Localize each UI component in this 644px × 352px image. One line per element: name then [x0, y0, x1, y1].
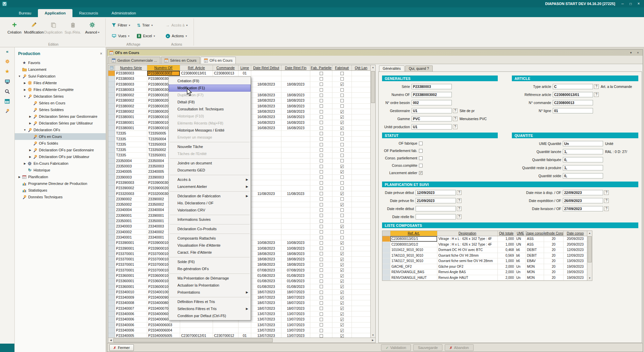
menu-tab-bureau[interactable]: Bureau [12, 9, 38, 17]
help-button[interactable]: ? [457, 198, 462, 203]
menu-item-solde-f6[interactable]: Solde (F6) [169, 258, 251, 265]
sidebar-item-declaration-series-par-utilisateur[interactable]: ▶Déclaration Séries par Utilisateur [15, 120, 106, 127]
fermer-button[interactable]: ✗ Fermer [109, 344, 134, 351]
table-row[interactable]: RENVOIANGLE_HAUTRenvoi Angle HAUT2,000Un… [382, 275, 587, 281]
expand-arrow-icon[interactable]: ▶ [28, 115, 32, 118]
column-header-date-reel-fin[interactable]: Date Réel Fin [281, 65, 310, 70]
menu-item-definition-filtres-et-tris[interactable]: Définition Filtres et Tris [169, 298, 251, 305]
help-button[interactable]: ? [457, 206, 462, 211]
help-button[interactable]: ? [604, 198, 609, 203]
field-input-quantite-lancee[interactable]: 1, [563, 149, 603, 154]
sidebar-item-series-soldees[interactable]: Séries Soldées [15, 106, 106, 113]
actions-button[interactable]: ▸ Actions ▾ [163, 32, 190, 40]
close-icon[interactable]: × [635, 1, 643, 7]
menu-item-actualiser-la-presentation[interactable]: Actualiser la Présentation [169, 282, 251, 289]
expand-arrow-icon[interactable]: ▶ [28, 122, 32, 125]
sidebar-item-declaration-series-par-gestionnaire[interactable]: ▶Déclaration Séries par Gestionnaire [15, 113, 106, 120]
expand-arrow-icon[interactable]: ▶ [17, 175, 21, 179]
date-input-date-reelle-debut[interactable] [416, 206, 456, 211]
table-row[interactable]: P23340006P2334000600413/07/202313/07/202… [108, 328, 370, 333]
menu-item-nouvelle-tache[interactable]: Nouvelle Tâche [169, 143, 251, 150]
minimize-icon[interactable]: ▾ [628, 51, 634, 54]
expand-arrow-icon[interactable]: ▶ [23, 82, 27, 85]
expand-arrow-icon[interactable]: ▶ [28, 155, 32, 158]
column-header-ref-article[interactable]: Réf. Article [180, 65, 213, 70]
collapse-sidebar-icon[interactable]: « [6, 49, 8, 54]
date-input-date-prevue-fin[interactable]: 21/09/2023 [416, 198, 456, 203]
help-button[interactable]: ? [604, 190, 609, 195]
scroll-up-icon[interactable]: ▲ [587, 231, 592, 236]
sidebar-item-lancement[interactable]: Lancement [15, 66, 106, 73]
menu-item-visualisation-file-d-attente[interactable]: Visualisation File d'Attente [169, 242, 251, 249]
table-row[interactable]: RENVOIANGLE_BASRenvoi Angle BAS2,000UnMO… [382, 269, 587, 275]
monitor-icon[interactable] [5, 79, 10, 84]
gear-icon[interactable] [5, 59, 10, 64]
sidebar-item-en-cours-fabrication[interactable]: ▶En-Cours Fabrication [15, 160, 106, 167]
field-input-unite-production[interactable]: U1 [412, 124, 452, 130]
menu-item-detail-f8[interactable]: Détail (F8) [169, 99, 251, 106]
field-input-gamme[interactable]: PVC [412, 116, 452, 121]
sidebar-item-programme-directeur-de-production[interactable]: Programme Directeur de Production [15, 180, 106, 187]
menu-item-caract-file-d-attente[interactable]: Caract. File d'Attente [169, 249, 251, 256]
checkbox-of-partiellement-fab[interactable] [419, 149, 423, 153]
menu-item-consultation-inf-techniques[interactable]: Consultation Inf. Techniques [169, 106, 251, 113]
menu-item-lancement-atelier[interactable]: Lancement Atelier▶ [169, 183, 251, 190]
field-input-reference-article[interactable]: C230800013/01 [553, 92, 593, 97]
scroll-left-icon[interactable]: ◀ [108, 338, 113, 343]
column-header-ligne[interactable]: Ligne [238, 65, 251, 70]
sidebar-item-files-d-attente-complete[interactable]: ▶Files d'Attente Complète [15, 86, 106, 93]
date-input-date-prevue-debut[interactable]: 12/09/2023 [416, 190, 456, 195]
menu-item-presentations[interactable]: Présentations▶ [169, 289, 251, 296]
menu-item-informations-suivies[interactable]: Informations Suivies [169, 216, 251, 223]
vertical-scrollbar[interactable]: ▲ ▼ [370, 65, 375, 338]
tools-icon[interactable] [5, 109, 9, 113]
help-button[interactable]: ? [594, 92, 599, 97]
tab-gestion-commerciale[interactable]: Gestion Commerciale ... [108, 57, 160, 64]
tab-series-en-cours[interactable]: Séries en Cours [161, 57, 200, 64]
sidebar-item-series-en-cours[interactable]: Séries en Cours [15, 100, 106, 106]
field-input-ume-quantite[interactable]: Un [563, 141, 603, 146]
sidebar-item-ofs-en-cours[interactable]: OFs en Cours [15, 133, 106, 140]
excel-button[interactable]: X Excel ▾ [134, 32, 158, 40]
expand-arrow-icon[interactable]: ▶ [23, 162, 27, 165]
sidebar-item-files-d-attente[interactable]: ▶Files d'Attente [15, 80, 106, 86]
help-button[interactable]: ? [453, 124, 458, 129]
help-button[interactable]: ? [457, 190, 462, 195]
vues-button[interactable]: Vues ▾ [109, 32, 133, 40]
table-row[interactable]: 17A0117_9010_9010Ouvrant fiche semi fixe… [382, 258, 587, 264]
scroll-right-icon[interactable]: ▶ [370, 338, 375, 343]
menu-item-valorisation-crv[interactable]: Valorisation CRV [169, 207, 251, 214]
search-icon[interactable] [5, 89, 10, 94]
avance-button[interactable]: Avancé▾ [83, 19, 102, 34]
creation-button[interactable]: + Création [5, 19, 24, 34]
column-header-date-reel-debut[interactable]: Date Réel Début [251, 65, 281, 70]
menu-item-modification-f1[interactable]: Modification (F1) [169, 85, 251, 92]
sidebar-item-favoris[interactable]: ★Favoris [15, 59, 106, 66]
close-icon[interactable]: × [635, 51, 641, 54]
field-input-gestionnaire[interactable]: U1 [412, 108, 452, 113]
sidebar-item-planification[interactable]: ▶Planification [15, 173, 106, 180]
star-icon[interactable]: ★ [5, 69, 9, 74]
menu-item-joindre-un-document[interactable]: Joindre un document [169, 160, 251, 167]
help-button[interactable]: ? [453, 116, 458, 121]
field-input-type-article[interactable]: C [553, 84, 593, 89]
table-icon[interactable] [5, 99, 10, 104]
field-input-n-ligne[interactable]: 01 [553, 108, 593, 113]
date-input-date-livraison-of[interactable]: 27/09/2023 [563, 206, 603, 211]
tab-qui-quand[interactable]: Qui, quand ? [405, 65, 433, 71]
menu-item-selections-filtres-et-tris[interactable]: Sélections Filtres et Tris▶ [169, 305, 251, 312]
checkbox-conso-complete[interactable] [419, 164, 423, 167]
date-input-date-mise-a-disp-of[interactable]: 22/09/2023 [563, 190, 603, 195]
column-header-fabrique[interactable]: Fabriqué [332, 65, 352, 70]
table-row[interactable]: P23340005P23340005005C230700012/01C23070… [108, 333, 370, 338]
menu-item-ma-presentation-de-demarrage[interactable]: Ma Présentation de Démarrage [169, 275, 251, 282]
help-button[interactable]: ? [594, 84, 599, 89]
menu-item-re-generation-ofs[interactable]: Re-génération OFs [169, 265, 251, 272]
menu-tab-application[interactable]: Application [38, 9, 72, 17]
sidebar-item-suivi-fabrication[interactable]: ▼Suivi Fabrication [15, 73, 106, 80]
table-row[interactable]: P23340006P2334000600313/07/202313/07/202… [108, 322, 370, 328]
column-header-numero-serie[interactable]: Numéro Série [115, 65, 147, 70]
column-header-etape-conso[interactable]: Etape conso. [526, 231, 544, 236]
maximize-icon[interactable]: □ [627, 1, 635, 7]
column-header-ume[interactable]: UME [515, 231, 526, 236]
